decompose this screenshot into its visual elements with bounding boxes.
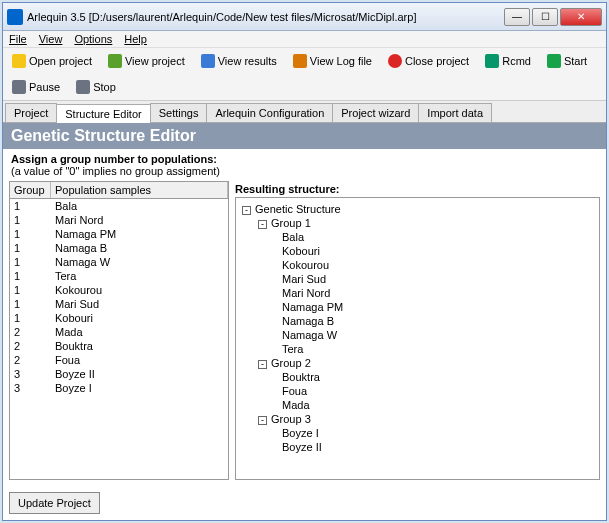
table-row[interactable]: 3Boyze I [10, 381, 228, 395]
eye-icon [108, 54, 122, 68]
stop-button[interactable]: Stop [71, 77, 121, 97]
menu-help[interactable]: Help [124, 33, 147, 45]
page-title: Genetic Structure Editor [3, 123, 606, 149]
table-row[interactable]: 2Bouktra [10, 339, 228, 353]
open-project-button[interactable]: Open project [7, 51, 97, 71]
play-icon [547, 54, 561, 68]
start-button[interactable]: Start [542, 51, 592, 71]
tree-leaf[interactable]: Mari Nord [240, 286, 595, 300]
collapse-icon[interactable]: - [242, 206, 251, 215]
app-icon [7, 9, 23, 25]
tree-leaf[interactable]: Kobouri [240, 244, 595, 258]
menu-view[interactable]: View [39, 33, 63, 45]
menu-file[interactable]: File [9, 33, 27, 45]
tab-project-wizard[interactable]: Project wizard [332, 103, 419, 122]
tree-root[interactable]: Genetic Structure [255, 203, 341, 215]
tab-settings[interactable]: Settings [150, 103, 208, 122]
table-row[interactable]: 1Namaga W [10, 255, 228, 269]
table-row[interactable]: 1Namaga PM [10, 227, 228, 241]
table-row[interactable]: 1Bala [10, 199, 228, 213]
collapse-icon[interactable]: - [258, 220, 267, 229]
close-button[interactable]: ✕ [560, 8, 602, 26]
col-population[interactable]: Population samples [51, 182, 228, 198]
structure-tree[interactable]: -Genetic Structure -Group 1 BalaKobouriK… [235, 197, 600, 480]
population-table[interactable]: Group Population samples 1Bala1Mari Nord… [9, 181, 229, 480]
log-icon [293, 54, 307, 68]
table-row[interactable]: 2Mada [10, 325, 228, 339]
table-row[interactable]: 1Mari Nord [10, 213, 228, 227]
toolbar: Open project View project View results V… [3, 48, 606, 101]
view-results-button[interactable]: View results [196, 51, 282, 71]
close-project-button[interactable]: Close project [383, 51, 474, 71]
tree-leaf[interactable]: Mada [240, 398, 595, 412]
table-row[interactable]: 2Foua [10, 353, 228, 367]
minimize-button[interactable]: — [504, 8, 530, 26]
table-row[interactable]: 1Tera [10, 269, 228, 283]
window-title: Arlequin 3.5 [D:/users/laurent/Arlequin/… [27, 11, 504, 23]
tree-group[interactable]: Group 2 [271, 357, 311, 369]
result-heading: Resulting structure: [235, 181, 600, 197]
tree-leaf[interactable]: Namaga W [240, 328, 595, 342]
pause-button[interactable]: Pause [7, 77, 65, 97]
tree-group[interactable]: Group 3 [271, 413, 311, 425]
tab-project[interactable]: Project [5, 103, 57, 122]
tree-leaf[interactable]: Boyze II [240, 440, 595, 454]
folder-open-icon [12, 54, 26, 68]
tab-structure-editor[interactable]: Structure Editor [56, 104, 150, 123]
tabs: Project Structure Editor Settings Arlequ… [3, 101, 606, 123]
table-row[interactable]: 1Namaga B [10, 241, 228, 255]
results-icon [201, 54, 215, 68]
tree-leaf[interactable]: Boyze I [240, 426, 595, 440]
stop-icon [76, 80, 90, 94]
tree-leaf[interactable]: Bouktra [240, 370, 595, 384]
tree-leaf[interactable]: Tera [240, 342, 595, 356]
tree-leaf[interactable]: Namaga PM [240, 300, 595, 314]
view-log-button[interactable]: View Log file [288, 51, 377, 71]
collapse-icon[interactable]: - [258, 416, 267, 425]
collapse-icon[interactable]: - [258, 360, 267, 369]
app-window: Arlequin 3.5 [D:/users/laurent/Arlequin/… [2, 2, 607, 521]
menu-options[interactable]: Options [74, 33, 112, 45]
tab-import-data[interactable]: Import data [418, 103, 492, 122]
tree-leaf[interactable]: Bala [240, 230, 595, 244]
assign-label: Assign a group number to populations: [3, 149, 606, 165]
tree-group[interactable]: Group 1 [271, 217, 311, 229]
pause-icon [12, 80, 26, 94]
tree-leaf[interactable]: Mari Sud [240, 272, 595, 286]
table-row[interactable]: 1Kobouri [10, 311, 228, 325]
table-row[interactable]: 1Kokourou [10, 283, 228, 297]
tab-arlequin-config[interactable]: Arlequin Configuration [206, 103, 333, 122]
tree-leaf[interactable]: Foua [240, 384, 595, 398]
rcmd-icon [485, 54, 499, 68]
col-group[interactable]: Group [10, 182, 51, 198]
tree-leaf[interactable]: Namaga B [240, 314, 595, 328]
maximize-button[interactable]: ☐ [532, 8, 558, 26]
update-project-button[interactable]: Update Project [9, 492, 100, 514]
rcmd-button[interactable]: Rcmd [480, 51, 536, 71]
tree-leaf[interactable]: Kokourou [240, 258, 595, 272]
close-icon [388, 54, 402, 68]
titlebar[interactable]: Arlequin 3.5 [D:/users/laurent/Arlequin/… [3, 3, 606, 31]
view-project-button[interactable]: View project [103, 51, 190, 71]
table-row[interactable]: 1Mari Sud [10, 297, 228, 311]
menubar: File View Options Help [3, 31, 606, 48]
assign-note: (a value of "0" implies no group assigme… [3, 165, 606, 181]
table-row[interactable]: 3Boyze II [10, 367, 228, 381]
